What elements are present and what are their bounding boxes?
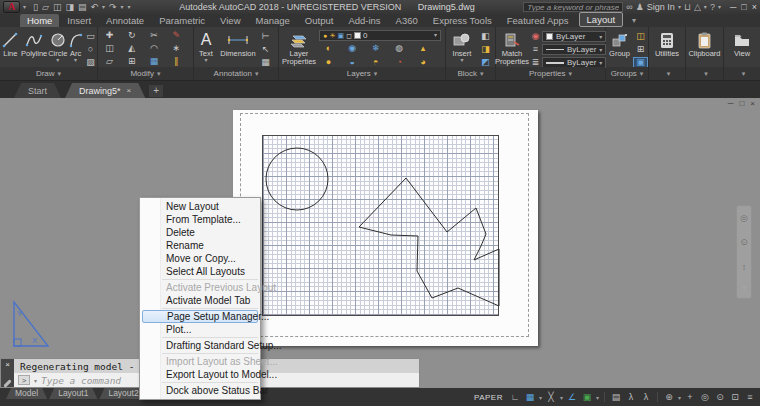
isodraft-icon[interactable]: ╳ [545, 391, 557, 403]
drawing-restore-icon[interactable]: □ [739, 99, 744, 108]
sign-in-button[interactable]: Sign In [647, 2, 675, 12]
linetype-dropdown[interactable]: ByLayer ▾ [542, 44, 606, 55]
drawing-canvas[interactable]: ─ □ × YX ◎ ⊙ ↕ ▾ [0, 98, 760, 388]
block-panel-label[interactable]: Block [446, 67, 495, 80]
menu-item-delete[interactable]: Delete [140, 226, 260, 239]
tab-view[interactable]: View [213, 14, 247, 27]
dimension-tool-button[interactable]: Dimension [218, 27, 258, 67]
autodesk-alert-icon[interactable]: △ [694, 1, 701, 13]
ellipse-icon[interactable]: ○ [83, 44, 98, 55]
steering-wheel-icon[interactable]: ◎ [740, 213, 748, 223]
create-block-icon[interactable]: ◧ [478, 31, 493, 42]
copy-icon[interactable]: ◫ [102, 43, 117, 54]
app-store-cart-icon[interactable]: ⊔ [684, 1, 691, 13]
scale-icon[interactable]: ⊞ [124, 56, 139, 67]
layer-make-current-icon[interactable]: ▴ [415, 43, 430, 54]
erase-icon[interactable]: ✎ [169, 30, 184, 41]
text-tool-button[interactable]: A Text ▾ [194, 27, 218, 67]
undo-icon[interactable]: ↶ [90, 1, 98, 13]
move-icon[interactable]: ✚ [102, 30, 117, 41]
drawing5-tab-close-icon[interactable]: × [127, 86, 132, 95]
arc-caret-icon[interactable]: ▾ [74, 58, 77, 63]
offset-icon[interactable]: ∥ [169, 56, 184, 67]
clean-screen-icon[interactable]: ⊡ [729, 391, 741, 403]
insert-block-button[interactable]: Insert ▾ [446, 27, 478, 67]
alert-caret-icon[interactable]: ▾ [704, 5, 707, 10]
ortho-mode-icon[interactable]: ∟ [509, 391, 521, 403]
draw-panel-label[interactable]: Draw [0, 67, 97, 80]
navigation-bar[interactable]: ◎ ⊙ ↕ ▾ [736, 205, 752, 299]
insert-caret-icon[interactable]: ▾ [460, 58, 463, 63]
help-caret-icon[interactable]: ▾ [718, 5, 721, 10]
color-wheel-icon[interactable]: ◉ [528, 31, 543, 42]
tab-output[interactable]: Output [298, 14, 341, 27]
open-icon[interactable]: ▱ [42, 1, 49, 13]
layers-panel-label[interactable]: Layers [279, 67, 445, 80]
menu-item-move-or-copy[interactable]: Move or Copy... [140, 252, 260, 265]
isolate-objects-icon[interactable]: ◎ [699, 391, 711, 403]
layer-off-icon[interactable]: ◐ [321, 43, 336, 54]
minimize-icon[interactable]: ─ [730, 2, 736, 12]
pan-icon[interactable]: ⊙ [740, 237, 748, 247]
annotation-panel-label[interactable]: Annotation [194, 67, 278, 80]
mirror-icon[interactable]: ◭ [124, 43, 139, 54]
tab-addins[interactable]: Add-ins [341, 14, 387, 27]
save-icon[interactable]: ◫ [53, 1, 62, 13]
tab-manage[interactable]: Manage [249, 14, 297, 27]
navbar-caret-icon[interactable]: ▾ [742, 286, 745, 291]
layer-isolate-icon[interactable]: ◉ [345, 43, 360, 54]
dimension-style-icon[interactable]: ⊢ [258, 31, 273, 42]
utilities-button[interactable]: Utilities [655, 27, 679, 58]
sign-in-caret-icon[interactable]: ▾ [678, 5, 681, 10]
rectangle-icon[interactable]: ▭ [83, 31, 98, 42]
tab-annotate[interactable]: Annotate [99, 14, 151, 27]
object-snap-icon[interactable]: ▣ [581, 391, 593, 403]
zoom-icon[interactable]: ↕ [742, 262, 747, 272]
customization-menu-icon[interactable]: ≡ [744, 391, 756, 403]
drawn-circle[interactable] [266, 148, 328, 210]
text-caret-icon[interactable]: ▾ [204, 58, 207, 63]
layer-dropdown-caret-icon[interactable]: ▾ [434, 33, 437, 38]
snap-caret-icon[interactable]: ▾ [539, 394, 542, 401]
drawn-polygon[interactable] [359, 178, 499, 306]
save-as-icon[interactable]: ◨ [65, 1, 74, 13]
ungroup-icon[interactable]: ◫ [633, 31, 648, 42]
annotation-scale-icon[interactable]: λ [640, 391, 652, 403]
leader-icon[interactable]: ↖ [258, 44, 273, 55]
arc-tool-button[interactable]: Arc ▾ [68, 27, 83, 67]
utilities-panel-caret[interactable] [649, 67, 685, 80]
group-edit-icon[interactable]: ⊞ [633, 44, 648, 55]
snap-mode-icon[interactable]: ▦ [524, 391, 536, 403]
groups-panel-label[interactable]: Groups [606, 67, 648, 80]
explode-icon[interactable]: ∗ [169, 43, 184, 54]
menu-item-page-setup-manager[interactable]: Page Setup Manager... [142, 310, 258, 323]
maximize-icon[interactable]: □ [741, 2, 746, 12]
menu-item-export-layout-to-model[interactable]: Export Layout to Model... [140, 368, 260, 381]
new-drawing-tab-icon[interactable]: + [149, 85, 163, 97]
paper-space-toggle[interactable]: PAPER [474, 393, 503, 402]
stretch-icon[interactable]: ▱ [102, 56, 117, 67]
tab-layout[interactable]: Layout [579, 12, 624, 27]
ribbon-collapse-icon[interactable]: ▾ [632, 16, 636, 27]
line-tool-button[interactable]: Line [0, 27, 21, 67]
modify-panel-label[interactable]: Modify [98, 67, 193, 80]
rotate-icon[interactable]: ↻ [124, 30, 139, 41]
menu-item-new-layout[interactable]: New Layout [140, 200, 260, 213]
redo-icon[interactable]: ↷ [109, 1, 117, 13]
tab-insert[interactable]: Insert [60, 14, 98, 27]
layer-dropdown[interactable]: ● ☀ ▣ ◻ 0 ▾ [319, 30, 441, 41]
menu-item-drafting-standard-setup[interactable]: Drafting Standard Setup... [140, 339, 260, 352]
annotation-monitor-icon[interactable]: + [684, 391, 696, 403]
recent-commands-caret-icon[interactable]: ▾ [34, 377, 37, 384]
layout-tab-layout1[interactable]: Layout1 [49, 388, 97, 399]
layer-properties-button[interactable]: Layer Properties [279, 27, 319, 67]
new-drawing-icon[interactable]: ▯ [33, 1, 38, 13]
menu-item-select-all-layouts[interactable]: Select All Layouts [140, 265, 260, 278]
command-close-icon[interactable]: × [5, 361, 10, 369]
drawing-close-icon[interactable]: × [750, 99, 755, 108]
menu-item-activate-model-tab[interactable]: Activate Model Tab [140, 294, 260, 307]
file-tab-start[interactable]: Start [14, 83, 61, 98]
polyline-tool-button[interactable]: Polyline [21, 27, 48, 67]
group-button[interactable]: Group [606, 27, 633, 67]
view-panel-caret[interactable] [724, 67, 760, 80]
